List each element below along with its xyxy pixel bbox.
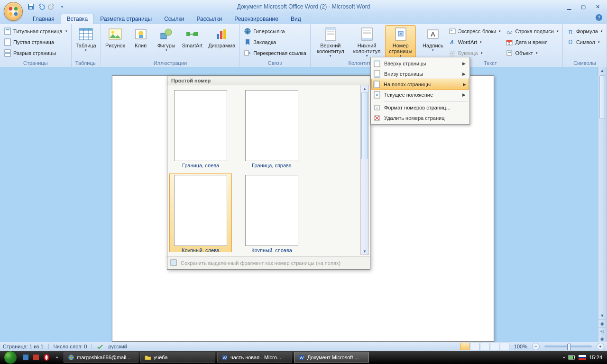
task-ie[interactable]: margoshka666@mail...: [64, 352, 138, 363]
pn-top-of-page[interactable]: Вверху страницы▶: [372, 58, 469, 69]
signature-button[interactable]: Строка подписи▾: [504, 26, 560, 36]
smartart-button[interactable]: SmartArt: [180, 25, 205, 59]
equation-button[interactable]: πФормула▾: [565, 26, 605, 36]
task-word1[interactable]: Wчасть новая - Micro...: [217, 352, 292, 363]
pn-format[interactable]: 1Формат номеров страниц...: [372, 102, 469, 113]
signature-icon: [506, 27, 513, 35]
table-button[interactable]: Таблица▾: [74, 25, 99, 59]
scroll-down-icon[interactable]: ▼: [598, 312, 606, 319]
zoom-handle[interactable]: [567, 344, 571, 350]
picture-button[interactable]: Рисунок: [103, 25, 128, 59]
pn-current-position[interactable]: #Текущее положение▶: [372, 90, 469, 100]
redo-icon[interactable]: [47, 2, 56, 11]
group-pages-label: Страницы: [2, 60, 69, 67]
gallery-footer[interactable]: Сохранить выделенный фрагмент как номер …: [167, 256, 370, 269]
crossref-button[interactable]: Перекрестная ссылка: [242, 48, 308, 58]
tab-page-layout[interactable]: Разметка страницы: [94, 14, 158, 24]
gallery-item-large-right[interactable]: Крупный, справа: [240, 173, 303, 252]
ql-item[interactable]: [31, 353, 41, 362]
clip-button[interactable]: Клип: [129, 25, 153, 59]
task-word2[interactable]: WДокумент Microsoft ...: [294, 352, 369, 363]
chart-button[interactable]: Диаграмма: [206, 25, 238, 59]
scroll-down-icon[interactable]: ▼: [361, 248, 368, 255]
page-current-icon: #: [373, 91, 381, 99]
bookmark-button[interactable]: Закладка: [242, 37, 308, 47]
pn-bottom-of-page[interactable]: Внизу страницы▶: [372, 69, 469, 79]
zoom-slider[interactable]: [544, 346, 592, 347]
thumb-icon: [174, 90, 227, 161]
tray-battery-icon[interactable]: [568, 355, 576, 360]
undo-icon[interactable]: [37, 2, 46, 11]
zoom-in-button[interactable]: +: [597, 343, 604, 350]
language-flag-icon[interactable]: [579, 355, 586, 360]
tab-view[interactable]: Вид: [285, 14, 307, 24]
view-draft[interactable]: [500, 343, 509, 350]
spellcheck-icon[interactable]: [97, 343, 103, 350]
ql-item[interactable]: [21, 353, 30, 362]
view-outline[interactable]: [490, 343, 499, 350]
status-words[interactable]: Число слов: 0: [54, 344, 87, 349]
tab-references[interactable]: Ссылки: [158, 14, 190, 24]
zoom-out-button[interactable]: −: [532, 343, 540, 350]
page-break-button[interactable]: Разрыв страницы: [2, 48, 69, 58]
gallery-scrollbar[interactable]: ▲▼: [360, 85, 369, 255]
blank-page-button[interactable]: Пустая страница: [2, 37, 69, 47]
vertical-scrollbar[interactable]: ▲ ▼ ◉◎◉: [598, 67, 606, 342]
scroll-thumb[interactable]: [361, 92, 368, 159]
hyperlink-button[interactable]: Гиперссылка: [242, 26, 308, 36]
close-button[interactable]: ✕: [592, 3, 603, 10]
browse-object-icon[interactable]: ◎: [598, 327, 606, 335]
save-icon[interactable]: [27, 2, 35, 11]
gallery-item-large-left[interactable]: Крупный, слева: [169, 173, 232, 252]
cover-page-button[interactable]: Титульная страница▾: [2, 26, 69, 36]
quickparts-button[interactable]: Экспресс-блоки▾: [447, 26, 503, 36]
group-illus-label: Иллюстрации: [103, 60, 238, 67]
wordart-button[interactable]: AWordArt▾: [447, 37, 503, 47]
footer-button[interactable]: Нижний колонтитул▾: [349, 25, 385, 59]
svg-text:A: A: [450, 50, 453, 56]
opera-icon[interactable]: [42, 353, 51, 362]
page-number-icon: #: [393, 27, 408, 42]
scroll-up-icon[interactable]: ▲: [598, 67, 606, 74]
datetime-button[interactable]: 5Дата и время: [504, 37, 560, 47]
view-web-layout[interactable]: [480, 343, 489, 350]
ql-more[interactable]: »: [52, 353, 62, 362]
textbox-icon: A: [425, 27, 441, 42]
object-button[interactable]: Объект▾: [504, 48, 560, 58]
gallery-item-border-right[interactable]: Граница, справа: [240, 88, 303, 170]
calendar-icon: 5: [506, 38, 513, 46]
scroll-up-icon[interactable]: ▲: [361, 85, 368, 92]
view-full-screen[interactable]: [470, 343, 479, 350]
help-icon[interactable]: ?: [596, 14, 602, 21]
taskbar: » margoshka666@mail... учёба Wчасть нова…: [0, 351, 607, 364]
start-button[interactable]: [2, 351, 19, 364]
tab-review[interactable]: Рецензирование: [228, 14, 285, 24]
header-button[interactable]: Верхний колонтитул▾: [313, 25, 349, 59]
scroll-thumb[interactable]: [599, 75, 605, 119]
group-links-label: Связи: [242, 60, 308, 67]
tray-more-icon[interactable]: «: [563, 355, 565, 360]
zoom-level[interactable]: 100%: [514, 344, 527, 349]
pi-icon: π: [567, 27, 574, 35]
pn-page-margins[interactable]: На полях страницы▶: [371, 79, 469, 90]
gallery-item-border-left[interactable]: Граница, слева: [169, 88, 232, 170]
qat-more-icon[interactable]: ▼: [58, 2, 66, 11]
maximize-button[interactable]: ▢: [578, 3, 589, 10]
next-page-icon[interactable]: ◉: [598, 335, 606, 342]
tray-clock[interactable]: 15:24: [589, 355, 602, 360]
tab-mailings[interactable]: Рассылки: [190, 14, 228, 24]
status-language[interactable]: русский: [108, 344, 127, 349]
status-page[interactable]: Страница: 1 из 1: [3, 344, 44, 349]
minimize-button[interactable]: ▁: [563, 3, 575, 10]
task-folder[interactable]: учёба: [140, 352, 215, 363]
tab-insert[interactable]: Вставка: [61, 14, 94, 24]
office-button[interactable]: [4, 2, 23, 21]
view-print-layout[interactable]: [460, 343, 469, 350]
pn-remove[interactable]: Удалить номера страниц: [372, 113, 469, 123]
prev-page-icon[interactable]: ◉: [598, 319, 606, 327]
symbol-button[interactable]: ΩСимвол▾: [565, 37, 605, 47]
shapes-button[interactable]: Фигуры▾: [154, 25, 179, 59]
textbox-button[interactable]: AНадпись▾: [420, 25, 446, 59]
tab-home[interactable]: Главная: [27, 14, 61, 24]
page-number-button[interactable]: #Номер страницы▾: [385, 25, 416, 59]
